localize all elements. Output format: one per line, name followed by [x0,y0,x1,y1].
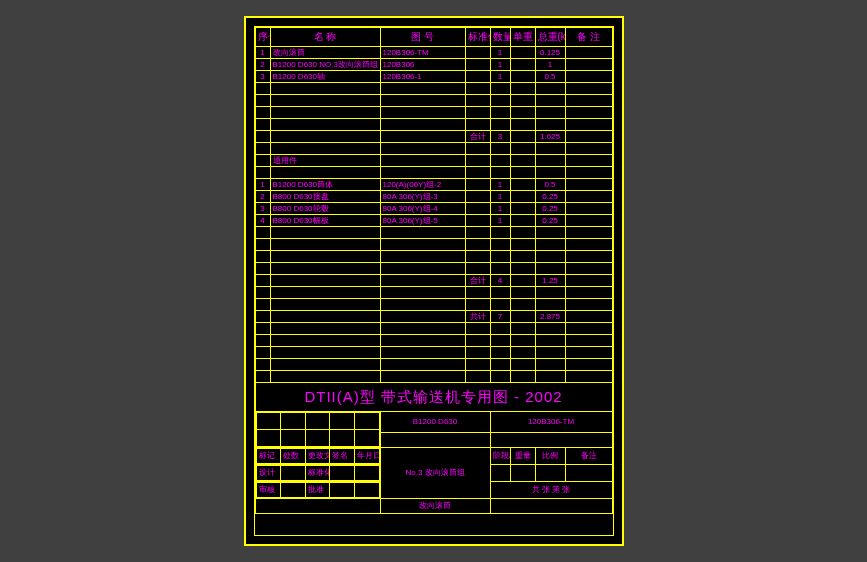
code-text: 120B306-TM [490,412,612,433]
cell-c5 [565,131,612,143]
footer-left [255,499,380,514]
cell-c2 [490,107,510,119]
cell-seq [255,227,270,239]
cell-name [270,275,380,287]
cell-c2 [490,359,510,371]
cell-c2 [490,251,510,263]
cell-c5 [565,311,612,323]
cell-c4: 0.5 [535,179,565,191]
cell-sub [465,323,490,335]
lbl-wt: 重量 [510,448,535,465]
cell-sub [465,191,490,203]
cell-c4: 0.25 [535,215,565,227]
cell-c2 [490,167,510,179]
table-row [255,323,612,335]
cell-name [270,359,380,371]
cell-seq [255,263,270,275]
cell-sub [465,299,490,311]
footer-row: 改向滚筒 [255,499,612,514]
cell-c5 [565,359,612,371]
lbl-std: 标准化 [305,466,330,481]
cell-seq [255,275,270,287]
cell-c4 [535,359,565,371]
cell-dwg [380,131,465,143]
cell-c3 [510,335,535,347]
cell-sub [465,263,490,275]
cell-name [270,287,380,299]
bom-table: 序号 名 称 图 号 标准件号 数量 单重 总重(kg) 备 注 1改向滚筒12… [255,27,613,514]
lbl-scale: 比例 [535,448,565,465]
cell-c3 [510,275,535,287]
cell-name [270,323,380,335]
sig-grid3: 审核批准 [255,482,380,499]
cell-name [270,143,380,155]
cell-c3 [510,347,535,359]
cell-dwg [380,263,465,275]
cell-c4 [535,143,565,155]
cell-sub [465,239,490,251]
cell-seq [255,311,270,323]
cell-sub [465,215,490,227]
cell-sub [465,143,490,155]
cell-c2 [490,287,510,299]
lbl-des: 设计 [256,466,281,481]
cell-seq [255,239,270,251]
cell-c4 [535,335,565,347]
table-row: 1改向滚筒120B306-TM10.125 [255,47,612,59]
cell-name [270,347,380,359]
cell-c2 [490,83,510,95]
cell-c5 [565,155,612,167]
footer-text: 改向滚筒 [380,499,490,514]
table-row [255,299,612,311]
table-row [255,83,612,95]
cell-c5 [565,215,612,227]
cell-c5 [565,299,612,311]
cell-c3 [510,179,535,191]
cell-c2 [490,371,510,383]
cell-c4 [535,107,565,119]
cell-c5 [565,335,612,347]
cell-dwg [380,347,465,359]
cell-seq [255,335,270,347]
cell-dwg: 80A 306(Y)组-3 [380,191,465,203]
cell-seq [255,371,270,383]
part-name: No.3 改向滚筒组 [380,448,490,499]
lbl-sig: 签名 [330,449,355,464]
cell-name [270,167,380,179]
table-row [255,287,612,299]
cell-dwg [380,227,465,239]
cell-c5 [565,47,612,59]
cell-c2: 1 [490,59,510,71]
cell-c2: 7 [490,311,510,323]
cell-c5 [565,275,612,287]
cell-dwg [380,95,465,107]
cell-seq: 2 [255,59,270,71]
cell-sub [465,371,490,383]
cell-c5 [565,143,612,155]
cell-name [270,83,380,95]
cell-c2: 1 [490,71,510,83]
cell-name: B800 D630接盘 [270,191,380,203]
cell-c5 [565,287,612,299]
lbl-chk: 审核 [256,483,281,498]
cell-c3 [510,371,535,383]
cell-seq: 2 [255,191,270,203]
cell-seq: 4 [255,215,270,227]
cell-c3 [510,359,535,371]
table-row: 4B800 D630幅板80A 306(Y)组-510.25 [255,215,612,227]
cell-c3 [510,323,535,335]
cell-seq [255,359,270,371]
cell-seq [255,131,270,143]
table-row [255,167,612,179]
cell-c5 [565,347,612,359]
cell-sub [465,347,490,359]
cell-c3 [510,47,535,59]
cell-dwg: 80A 306(Y)组-5 [380,215,465,227]
spec-text: B1200 D630 [380,412,490,433]
cell-name [270,119,380,131]
cell-name: B800 D630幅板 [270,215,380,227]
spec-row: B1200 D630 120B306-TM [255,412,612,433]
cell-seq [255,155,270,167]
cell-name [270,107,380,119]
cell-seq [255,119,270,131]
